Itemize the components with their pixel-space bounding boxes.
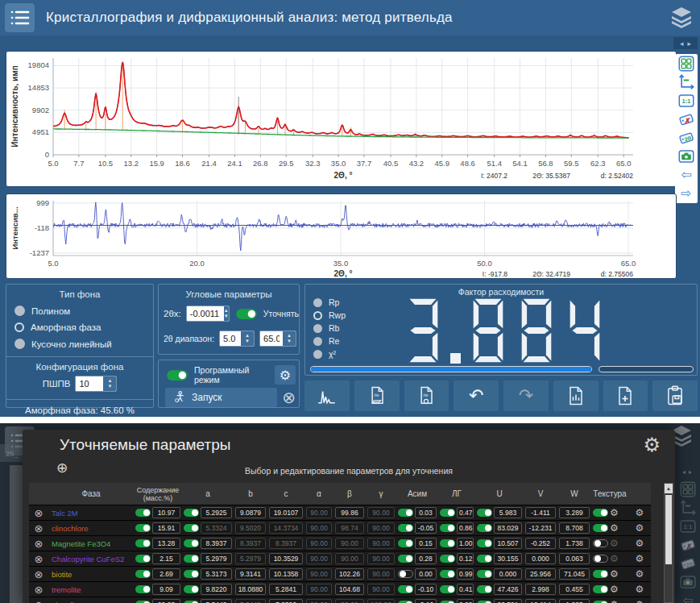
value-field[interactable]: 90.00	[335, 553, 364, 564]
toggle-on[interactable]	[440, 509, 455, 517]
value-field[interactable]: -0.10	[415, 599, 437, 603]
value-field[interactable]: 9.8220	[201, 584, 232, 595]
radio-selected[interactable]	[313, 311, 322, 320]
phase-settings-gear-icon[interactable]: ⚙	[628, 553, 651, 564]
value-field[interactable]: 19.0107	[269, 507, 303, 518]
axes-icon[interactable]	[678, 500, 698, 516]
delete-phase-icon[interactable]: ⊗	[29, 553, 48, 565]
rfactor-option-4[interactable]: χ²	[313, 349, 346, 359]
value-field[interactable]: 9.3141	[235, 568, 266, 580]
value-field[interactable]: 0.86	[457, 522, 474, 534]
tag-delete-icon[interactable]: ✗	[677, 111, 696, 127]
range-to-spin-buttons[interactable]: ▲▼	[283, 331, 296, 346]
clipboard-save-icon[interactable]	[652, 381, 698, 411]
value-field[interactable]: 1.00	[457, 538, 474, 549]
axes-icon[interactable]	[677, 74, 696, 90]
toggle-off[interactable]	[593, 539, 608, 547]
value-field[interactable]: 0.99	[457, 568, 474, 580]
spin-down-icon[interactable]: ▼	[245, 339, 250, 344]
radio-unselected[interactable]	[14, 339, 25, 349]
value-field[interactable]: -1.411	[525, 507, 556, 518]
redo-icon[interactable]: ↷	[503, 381, 549, 411]
texture-gear-icon[interactable]: ⚙	[610, 568, 619, 580]
value-field[interactable]: 2.69	[152, 568, 180, 580]
scroll-up-icon[interactable]: ▲	[665, 484, 673, 493]
zero-spin-buttons[interactable]: ▲▼	[224, 306, 229, 321]
phase-settings-gear-icon[interactable]: ⚙	[628, 538, 651, 549]
file-chart-icon[interactable]	[553, 381, 599, 411]
toggle-on[interactable]	[184, 570, 199, 578]
value-field[interactable]: 120.00	[367, 599, 395, 603]
range-to-input[interactable]	[260, 331, 283, 346]
toggle-on[interactable]	[440, 555, 455, 563]
phase-settings-gear-icon[interactable]: ⚙	[628, 584, 651, 595]
value-field[interactable]: 25.956	[525, 568, 556, 580]
value-field[interactable]: 5.2841	[269, 584, 303, 595]
value-field[interactable]: 90.00	[306, 584, 332, 595]
value-field[interactable]: -0.10	[415, 584, 437, 595]
value-field[interactable]: 1.095	[559, 599, 590, 603]
value-field[interactable]: 0.063	[559, 553, 590, 564]
toggle-on[interactable]	[135, 585, 151, 593]
one-to-one-icon[interactable]: 1:1	[677, 93, 696, 109]
tag-2theta-icon[interactable]: 2Θ	[677, 130, 696, 146]
value-field[interactable]: 90.00	[306, 507, 332, 518]
spin-down-icon[interactable]: ▼	[287, 339, 292, 344]
toggle-on[interactable]	[593, 524, 608, 532]
texture-gear-icon[interactable]: ⚙	[610, 522, 619, 534]
layers-icon[interactable]	[669, 5, 694, 32]
value-field[interactable]: 9.5020	[235, 522, 266, 534]
value-field[interactable]: 90.00	[306, 553, 332, 564]
toggle-on[interactable]	[477, 524, 492, 532]
table-scrollbar[interactable]: ▲	[664, 483, 673, 603]
value-field[interactable]: -12.231	[525, 522, 556, 534]
value-field[interactable]: 90.00	[367, 568, 395, 580]
toggle-on[interactable]	[398, 509, 413, 517]
value-field[interactable]: 5.2979	[201, 553, 232, 564]
camera-icon[interactable]	[678, 574, 698, 590]
arrow-left-icon[interactable]: ⇦	[678, 593, 698, 603]
value-field[interactable]: 90.00	[306, 538, 332, 549]
toggle-on[interactable]	[398, 585, 413, 593]
value-field[interactable]: 0.03	[415, 507, 437, 518]
texture-gear-icon[interactable]: ⚙	[610, 584, 619, 595]
value-field[interactable]: 0.28	[415, 553, 437, 564]
spin-up-icon[interactable]: ▲	[107, 378, 112, 384]
value-field[interactable]: 10.3529	[269, 553, 303, 564]
arrow-left-icon[interactable]: ⇦	[677, 167, 696, 183]
value-field[interactable]: 5.983	[494, 507, 522, 518]
value-field[interactable]: 90.00	[367, 507, 395, 518]
undo-icon[interactable]: ↶	[454, 381, 499, 411]
radio-unselected[interactable]	[313, 337, 322, 346]
rfactor-option-1[interactable]: Rwp	[313, 310, 346, 320]
refine-toggle[interactable]	[236, 309, 257, 319]
value-field[interactable]: 99.86	[335, 507, 364, 518]
value-field[interactable]: -0.05	[415, 522, 437, 534]
value-field[interactable]: 47.426	[494, 584, 522, 595]
value-field[interactable]: 90.00	[367, 538, 395, 549]
toggle-on[interactable]	[477, 539, 492, 547]
toggle-on[interactable]	[440, 585, 455, 593]
value-field[interactable]: 98.74	[335, 522, 364, 534]
delete-phase-icon[interactable]: ⊗	[29, 599, 48, 603]
value-field[interactable]: 8.3937	[235, 538, 266, 549]
run-settings-gear-icon[interactable]: ⚙	[275, 365, 296, 385]
collapse-left-icon[interactable]: ◂	[680, 40, 684, 48]
value-field[interactable]: 8.708	[559, 522, 590, 534]
range-from-spin-buttons[interactable]: ▲▼	[241, 331, 254, 346]
value-field[interactable]: 5.3449	[235, 599, 266, 603]
value-field[interactable]: 5.3449	[201, 599, 232, 603]
value-field[interactable]: 102.26	[335, 568, 364, 580]
texture-gear-icon[interactable]: ⚙	[610, 507, 619, 518]
difference-chart[interactable]: 999-118-12375.020.035.050.065.0Интенсив.…	[6, 194, 676, 278]
value-field[interactable]: 10.97	[152, 507, 180, 518]
toggle-on[interactable]	[398, 539, 413, 547]
toggle-off[interactable]	[398, 570, 413, 578]
spin-down-icon[interactable]: ▼	[224, 314, 229, 319]
tag-2theta-icon[interactable]: 2Θ	[678, 555, 698, 572]
value-field[interactable]: 18.0880	[235, 584, 266, 595]
delete-phase-icon[interactable]: ⊗	[29, 507, 48, 519]
value-field[interactable]: 71.045	[559, 568, 590, 580]
toggle-on[interactable]	[440, 524, 455, 532]
toggle-on[interactable]	[477, 570, 492, 578]
